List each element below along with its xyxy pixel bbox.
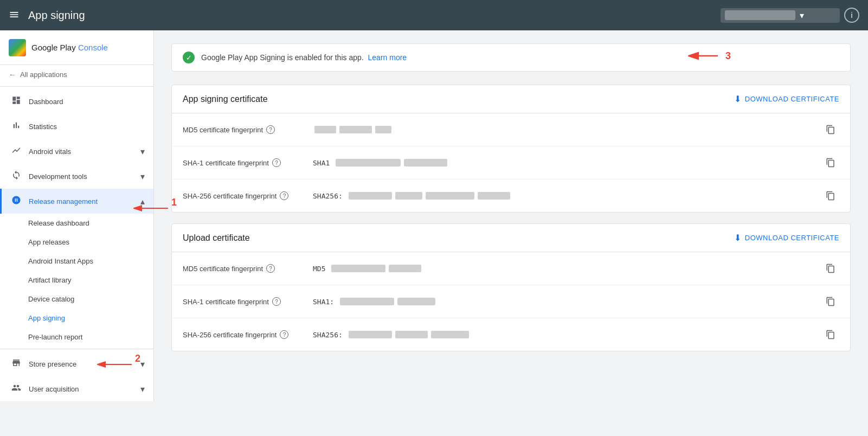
cert-row-sha256-upload: SHA-256 certificate fingerprint ? SHA256… (172, 318, 850, 351)
cert-section-header: App signing certificate ⬇ DOWNLOAD CERTI… (172, 85, 850, 113)
help-icon-sha1-upload[interactable]: ? (272, 297, 281, 306)
copy-btn-md5-upload[interactable] (822, 260, 839, 277)
cert-value-sha256-signing: SHA256: (313, 192, 822, 200)
banner-text: Google Play App Signing is enabled for t… (201, 53, 407, 62)
sidebar-divider-1 (0, 86, 153, 87)
store-icon (10, 358, 22, 370)
brand-logo (9, 39, 26, 56)
back-icon: ← (9, 70, 16, 79)
cert-label-sha256: SHA-256 certificate fingerprint ? (183, 191, 313, 200)
sidebar-item-label-users: User acquisition (29, 385, 140, 393)
app-selector-value (725, 10, 795, 20)
help-icon-sha256-signing[interactable]: ? (280, 191, 288, 200)
cert-row-sha1-signing: SHA-1 certificate fingerprint ? SHA1 (172, 146, 850, 179)
sidebar-sub-app-signing[interactable]: App signing (0, 309, 153, 328)
cert-row-md5-signing: MD5 certificate fingerprint ? (172, 113, 850, 146)
chevron-icon-release: ▴ (140, 196, 145, 207)
help-icon-sha256-upload[interactable]: ? (280, 330, 288, 339)
sidebar-sub-device-catalog[interactable]: Device catalog (0, 290, 153, 309)
sidebar-item-label-statistics: Statistics (29, 123, 145, 131)
users-icon (10, 383, 22, 395)
download-icon-1: ⬇ (734, 94, 742, 104)
info-button[interactable]: i (844, 8, 859, 23)
sidebar-back-all-apps[interactable]: ← All applications (0, 65, 153, 84)
notification-banner: ✓ Google Play App Signing is enabled for… (171, 43, 851, 72)
sidebar-sub-artifact-library[interactable]: Artifact library (0, 271, 153, 290)
sidebar-brand: Google Play Console (0, 30, 153, 65)
sidebar-sub-pre-launch[interactable]: Pre-launch report (0, 328, 153, 347)
sidebar-item-label-vitals: Android vitals (29, 148, 140, 156)
page-title: App signing (28, 9, 721, 22)
cert-value-sha1-signing: SHA1 (313, 159, 822, 167)
sidebar-sub-app-releases[interactable]: App releases (0, 233, 153, 252)
cert-section-title: App signing certificate (183, 94, 268, 104)
download-cert-btn-1[interactable]: ⬇ DOWNLOAD CERTIFICATE (734, 94, 839, 104)
chevron-icon-users: ▾ (140, 384, 145, 394)
sidebar-item-release-mgmt[interactable]: Release management ▴ (0, 189, 153, 214)
sidebar-item-android-vitals[interactable]: Android vitals ▾ (0, 139, 153, 164)
help-icon-md5-upload[interactable]: ? (266, 264, 275, 273)
sidebar-item-label-dev-tools: Development tools (29, 172, 140, 181)
copy-btn-md5-signing[interactable] (822, 121, 839, 138)
chevron-icon-store: ▾ (140, 359, 145, 369)
dev-tools-icon (10, 170, 22, 182)
chevron-down-icon: ▾ (800, 10, 804, 21)
vitals-icon (10, 145, 22, 157)
sidebar-sub-android-instant[interactable]: Android Instant Apps (0, 252, 153, 271)
dashboard-icon (10, 95, 22, 107)
cert-label-sha1: SHA-1 certificate fingerprint ? (183, 158, 313, 167)
annotation-3: 3 (685, 48, 731, 63)
sidebar-item-dashboard[interactable]: Dashboard (0, 89, 153, 114)
copy-btn-sha256-upload[interactable] (822, 326, 839, 343)
chevron-icon-dev: ▾ (140, 171, 145, 182)
cert-label-sha256-upload: SHA-256 certificate fingerprint ? (183, 330, 313, 339)
chevron-icon-vitals: ▾ (140, 146, 145, 157)
sidebar-item-label-store: Store presence (29, 360, 140, 368)
main-content: ✓ Google Play App Signing is enabled for… (154, 30, 868, 436)
sidebar-item-statistics[interactable]: Statistics (0, 114, 153, 139)
download-cert-btn-2[interactable]: ⬇ DOWNLOAD CERTIFICATE (734, 233, 839, 243)
cert-label-md5-upload: MD5 certificate fingerprint ? (183, 264, 313, 273)
app-signing-cert-section: App signing certificate ⬇ DOWNLOAD CERTI… (171, 85, 851, 213)
cert-value-sha1-upload: SHA1: (313, 298, 822, 306)
sidebar: Google Play Console ← All applications D… (0, 30, 154, 401)
help-icon-md5-signing[interactable]: ? (266, 125, 275, 134)
upload-cert-title: Upload certificate (183, 233, 250, 243)
cert-value-md5-upload: MD5 (313, 265, 822, 273)
cert-row-sha1-upload: SHA-1 certificate fingerprint ? SHA1: (172, 285, 850, 318)
sidebar-item-dev-tools[interactable]: Development tools ▾ (0, 164, 153, 189)
cert-value-md5-signing (313, 126, 822, 133)
copy-btn-sha1-upload[interactable] (822, 293, 839, 310)
sidebar-divider-2 (0, 349, 153, 349)
app-selector[interactable]: ▾ (721, 8, 840, 23)
cert-row-sha256-signing: SHA-256 certificate fingerprint ? SHA256… (172, 179, 850, 212)
hamburger-menu[interactable] (9, 9, 20, 22)
help-icon-sha1-signing[interactable]: ? (272, 158, 281, 167)
cert-value-sha256-upload: SHA256: (313, 331, 822, 339)
check-icon: ✓ (183, 52, 195, 63)
statistics-icon (10, 120, 22, 132)
sidebar-item-label-release: Release management (29, 197, 140, 206)
cert-row-md5-upload: MD5 certificate fingerprint ? MD5 (172, 252, 850, 285)
sidebar-item-store-presence[interactable]: Store presence ▾ (0, 351, 153, 376)
sidebar-item-user-acquisition[interactable]: User acquisition ▾ (0, 376, 153, 401)
brand-name: Google Play Console (31, 43, 108, 52)
cert-label-sha1-upload: SHA-1 certificate fingerprint ? (183, 297, 313, 306)
release-mgmt-icon (10, 195, 22, 207)
upload-cert-section: Upload certificate ⬇ DOWNLOAD CERTIFICAT… (171, 223, 851, 351)
copy-btn-sha1-signing[interactable] (822, 154, 839, 171)
download-icon-2: ⬇ (734, 233, 742, 243)
sidebar-sub-release-dashboard[interactable]: Release dashboard (0, 214, 153, 233)
upload-cert-header: Upload certificate ⬇ DOWNLOAD CERTIFICAT… (172, 224, 850, 252)
cert-label-md5: MD5 certificate fingerprint ? (183, 125, 313, 134)
top-header: App signing ▾ i (0, 0, 868, 30)
learn-more-link[interactable]: Learn more (368, 53, 407, 62)
copy-btn-sha256-signing[interactable] (822, 187, 839, 204)
sidebar-item-label-dashboard: Dashboard (29, 98, 145, 106)
